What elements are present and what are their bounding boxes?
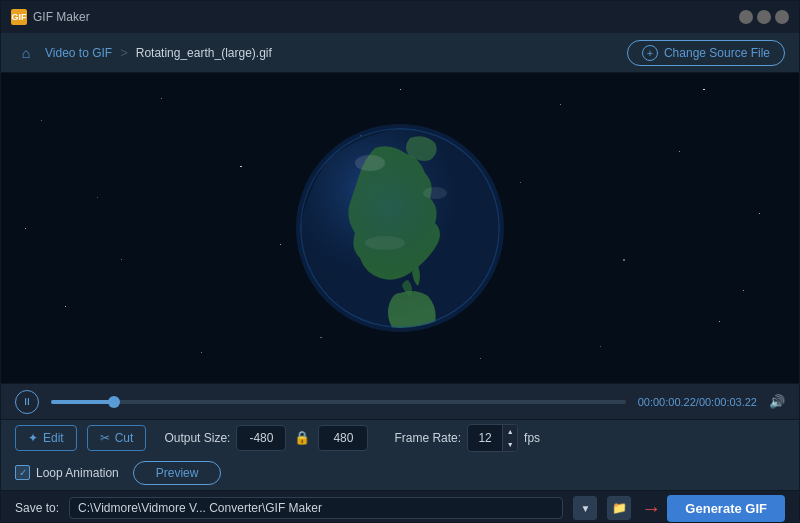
frame-rate-input[interactable] xyxy=(468,425,502,451)
star xyxy=(560,104,561,105)
app-title: GIF Maker xyxy=(33,10,90,24)
breadcrumb-separator: > xyxy=(120,45,128,60)
earth-globe xyxy=(290,118,510,338)
controls-row1: ✦ Edit ✂ Cut Output Size: 🔒 Frame Rate: … xyxy=(1,420,799,455)
edit-label: Edit xyxy=(43,431,64,445)
svg-point-8 xyxy=(300,128,500,328)
save-label: Save to: xyxy=(15,501,59,515)
output-size-group: Output Size: 🔒 xyxy=(164,425,368,451)
star xyxy=(240,166,241,167)
title-bar-left: GIF GIF Maker xyxy=(11,9,90,25)
frame-rate-group: Frame Rate: ▲ ▼ fps xyxy=(394,424,540,452)
nav-bar: ⌂ Video to GIF > Rotating_earth_(large).… xyxy=(1,33,799,73)
preview-button[interactable]: Preview xyxy=(133,461,222,485)
maximize-button[interactable]: □ xyxy=(757,10,771,24)
breadcrumb-parent[interactable]: Video to GIF xyxy=(45,46,112,60)
progress-fill xyxy=(51,400,114,404)
cut-label: Cut xyxy=(115,431,134,445)
time-display: 00:00:00.22/00:00:03.22 xyxy=(638,396,757,408)
breadcrumb: ⌂ Video to GIF > Rotating_earth_(large).… xyxy=(15,42,272,64)
star xyxy=(703,89,705,91)
path-dropdown-button[interactable]: ▼ xyxy=(573,496,597,520)
edit-button[interactable]: ✦ Edit xyxy=(15,425,77,451)
loop-animation-checkbox-wrap: ✓ Loop Animation xyxy=(15,465,119,480)
folder-button[interactable]: 📁 xyxy=(607,496,631,520)
pause-icon: ⏸ xyxy=(22,396,32,407)
loop-animation-label: Loop Animation xyxy=(36,466,119,480)
star xyxy=(679,151,680,152)
star xyxy=(743,290,744,291)
progress-thumb[interactable] xyxy=(108,396,120,408)
star xyxy=(41,120,43,122)
progress-track[interactable] xyxy=(51,400,626,404)
star xyxy=(480,358,481,359)
title-bar: GIF GIF Maker − □ × xyxy=(1,1,799,33)
star xyxy=(400,89,401,90)
edit-icon: ✦ xyxy=(28,431,38,445)
frame-rate-arrows: ▲ ▼ xyxy=(502,425,517,451)
loop-animation-checkbox[interactable]: ✓ xyxy=(15,465,30,480)
preview-label: Preview xyxy=(156,466,199,480)
controls-row2: ✓ Loop Animation Preview xyxy=(1,455,799,490)
output-size-label: Output Size: xyxy=(164,431,230,445)
generate-gif-button[interactable]: Generate GIF xyxy=(667,495,785,522)
current-time: 00:00:00.22 xyxy=(638,396,696,408)
window-controls: − □ × xyxy=(739,10,789,24)
star xyxy=(280,244,281,245)
height-input[interactable] xyxy=(318,425,368,451)
arrow-right-icon: → xyxy=(641,497,661,520)
total-time: 00:00:03.22 xyxy=(699,396,757,408)
frame-rate-up-button[interactable]: ▲ xyxy=(503,425,517,438)
checkbox-check-icon: ✓ xyxy=(19,467,27,478)
cut-icon: ✂ xyxy=(100,431,110,445)
breadcrumb-current: Rotating_earth_(large).gif xyxy=(136,46,272,60)
frame-rate-label: Frame Rate: xyxy=(394,431,461,445)
controls-area: ✦ Edit ✂ Cut Output Size: 🔒 Frame Rate: … xyxy=(1,419,799,490)
star xyxy=(759,213,760,214)
volume-icon[interactable]: 🔊 xyxy=(769,394,785,409)
frame-rate-input-wrap: ▲ ▼ xyxy=(467,424,518,452)
star xyxy=(161,98,162,99)
generate-section: → Generate GIF xyxy=(641,495,785,522)
star xyxy=(65,306,66,307)
cut-button[interactable]: ✂ Cut xyxy=(87,425,147,451)
pause-button[interactable]: ⏸ xyxy=(15,390,39,414)
star xyxy=(623,259,625,261)
progress-bar-area: ⏸ 00:00:00.22/00:00:03.22 🔊 xyxy=(1,383,799,419)
save-path: C:\Vidmore\Vidmore V... Converter\GIF Ma… xyxy=(69,497,563,519)
video-content xyxy=(290,118,510,338)
width-input[interactable] xyxy=(236,425,286,451)
generate-label: Generate GIF xyxy=(685,501,767,516)
star xyxy=(121,259,122,260)
star xyxy=(97,197,98,198)
minimize-button[interactable]: − xyxy=(739,10,753,24)
star xyxy=(520,182,521,183)
video-player xyxy=(1,73,799,383)
change-source-label: Change Source File xyxy=(664,46,770,60)
change-source-button[interactable]: + Change Source File xyxy=(627,40,785,66)
app-icon: GIF xyxy=(11,9,27,25)
star xyxy=(719,321,720,322)
footer-bar: Save to: C:\Vidmore\Vidmore V... Convert… xyxy=(1,490,799,523)
frame-rate-down-button[interactable]: ▼ xyxy=(503,438,517,451)
star xyxy=(600,346,601,347)
home-icon[interactable]: ⌂ xyxy=(15,42,37,64)
fps-label: fps xyxy=(524,431,540,445)
plus-circle-icon: + xyxy=(642,45,658,61)
lock-icon[interactable]: 🔒 xyxy=(292,428,312,448)
star xyxy=(25,228,26,229)
star xyxy=(201,352,202,353)
close-button[interactable]: × xyxy=(775,10,789,24)
